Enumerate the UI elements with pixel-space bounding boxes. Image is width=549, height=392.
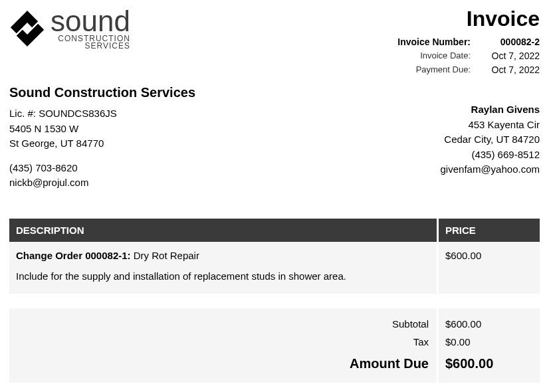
tax-label: Tax (17, 333, 429, 351)
payment-due-label: Payment Due: (416, 63, 471, 77)
invoice-date-label: Invoice Date: (420, 49, 471, 63)
amount-due-value: $600.00 (445, 351, 533, 376)
invoice-date: Oct 7, 2022 (487, 49, 540, 63)
subtotal-value: $600.00 (445, 315, 533, 334)
to-name: Raylan Givens (441, 102, 540, 118)
invoice-number-label: Invoice Number: (397, 35, 471, 49)
line-price: $600.00 (437, 242, 540, 294)
invoice-meta: Invoice Invoice Number: 000082-2 Invoice… (397, 7, 540, 77)
table-row: Change Order 000082-1: Dry Rot Repair In… (9, 242, 540, 294)
line-title-rest: Dry Rot Repair (131, 250, 199, 261)
totals-block: Subtotal Tax Amount Due $600.00 $0.00 $6… (9, 308, 540, 383)
from-street: 5405 N 1530 W (9, 122, 195, 137)
invoice-title: Invoice (397, 7, 540, 31)
to-email: givenfam@yahoo.com (441, 162, 540, 177)
logo-word: sound (51, 7, 130, 36)
from-block: Sound Construction Services Lic. #: SOUN… (9, 82, 195, 191)
header-price: PRICE (437, 219, 540, 242)
line-items-table: DESCRIPTION PRICE Change Order 000082-1:… (9, 219, 540, 294)
logo-subtext-2: SERVICES (51, 42, 130, 50)
invoice-number: 000082-2 (487, 35, 540, 49)
to-city: Cedar City, UT 84720 (441, 132, 540, 147)
line-title-bold: Change Order 000082-1: (16, 250, 131, 261)
from-company: Sound Construction Services (9, 82, 195, 102)
to-phone: (435) 669-8512 (441, 147, 540, 163)
logo-icon (9, 9, 45, 48)
header-description: DESCRIPTION (9, 219, 437, 242)
tax-value: $0.00 (445, 333, 533, 351)
line-title: Change Order 000082-1: Dry Rot Repair (16, 250, 430, 261)
payment-due-date: Oct 7, 2022 (487, 63, 540, 77)
to-block: Raylan Givens 453 Kayenta Cir Cedar City… (441, 102, 540, 191)
from-license: Lic. #: SOUNDCS836JS (9, 106, 195, 122)
company-logo: sound CONSTRUCTION SERVICES (9, 7, 130, 50)
line-detail: Include for the supply and installation … (16, 270, 430, 282)
to-street: 453 Kayenta Cir (441, 118, 540, 133)
amount-due-label: Amount Due (17, 351, 429, 376)
subtotal-label: Subtotal (17, 315, 429, 334)
from-phone: (435) 703-8620 (9, 161, 195, 176)
from-email: nickb@projul.com (9, 175, 195, 191)
from-city: St George, UT 84770 (9, 136, 195, 151)
